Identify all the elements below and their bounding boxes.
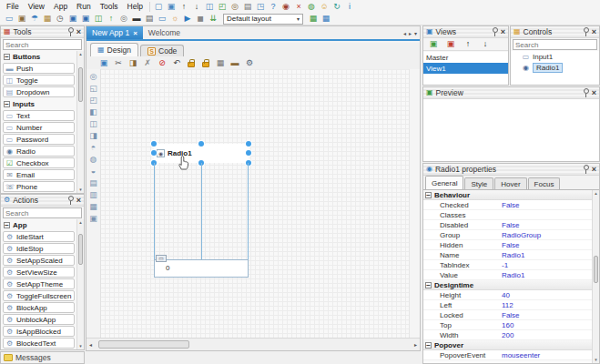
screenshot-icon[interactable]: ◉ (280, 1, 292, 12)
close-icon[interactable]: × (592, 166, 596, 174)
close-icon[interactable]: × (592, 89, 596, 97)
about-icon[interactable]: i (343, 1, 356, 12)
resize-handle-e[interactable] (246, 150, 251, 156)
messages-bar[interactable]: Messages (0, 351, 85, 364)
pin-icon[interactable] (583, 165, 589, 174)
action-item[interactable]: ⚙ SetViewSize (3, 267, 75, 278)
feedback-icon[interactable]: ☺ (318, 1, 331, 12)
tab-list-icon[interactable]: ▾ (414, 30, 417, 36)
action-item[interactable]: ⚙ UnblockApp (3, 314, 75, 325)
bring-front-icon[interactable]: ◱ (89, 84, 97, 93)
view-item-master[interactable]: Master (423, 52, 508, 63)
disable-icon[interactable]: ⊘ (156, 57, 168, 68)
tab-new-app-1[interactable]: New App 1 × (86, 26, 143, 39)
action-item[interactable]: ⚙ SetAppScaled (3, 255, 75, 266)
view-item-view1[interactable]: View1 (423, 63, 508, 74)
property-value[interactable]: False (502, 201, 520, 209)
close-tab-icon[interactable]: × (133, 29, 137, 37)
input-control[interactable]: ▭ 0 (154, 259, 249, 278)
pin-icon[interactable] (492, 27, 498, 36)
tools-icon[interactable]: ⚙ (243, 57, 256, 68)
tools-section-header[interactable]: − Inputs (1, 98, 76, 109)
resize-handle-nw[interactable] (151, 141, 157, 147)
size-to-grid-icon[interactable]: ▦ (89, 202, 97, 211)
new-window-icon[interactable]: ▭ (3, 14, 15, 25)
pointer-tool-icon[interactable]: ◎ (90, 72, 97, 81)
tab-style[interactable]: Style (464, 177, 493, 189)
resources-icon[interactable]: ▦ (41, 14, 54, 25)
actions-search-input[interactable] (3, 207, 82, 218)
scroll-up-icon[interactable]: ▴ (77, 51, 84, 57)
tab-focus[interactable]: Focus (528, 177, 561, 189)
cut-icon[interactable]: ✂ (112, 57, 125, 68)
property-value[interactable]: False (502, 241, 520, 249)
compile-icon[interactable]: ↑ (105, 14, 117, 25)
close-icon[interactable]: × (76, 28, 81, 36)
controls-search-input[interactable] (513, 39, 597, 50)
collapse-icon[interactable]: − (4, 54, 10, 60)
properties-scrollbar[interactable]: ▴ ▾ (592, 190, 599, 363)
same-width-icon[interactable]: ▤ (89, 178, 97, 187)
tab-general[interactable]: General (425, 176, 463, 189)
property-value[interactable]: Radio1 (502, 271, 524, 279)
align-left-icon[interactable]: ◧ (89, 107, 97, 116)
deploy-icon[interactable]: ⇊ (207, 14, 219, 25)
scroll-up-icon[interactable]: ▴ (593, 190, 599, 197)
tree-item-radio1[interactable]: ◉ Radio1 (511, 62, 599, 73)
property-value[interactable]: 160 (502, 321, 514, 329)
delete-control-icon[interactable]: ✗ (141, 57, 154, 68)
scroll-down-icon[interactable]: ▾ (593, 357, 599, 363)
tool-item[interactable]: ▭ Password (3, 134, 75, 145)
tool-item[interactable]: ✉ Email (3, 169, 75, 180)
save-all-icon[interactable]: ▣ (79, 14, 92, 25)
tool-item[interactable]: ▭ Number (3, 122, 75, 133)
debug-icon[interactable]: ☼ (168, 14, 181, 25)
image-icon[interactable]: ▣ (97, 57, 110, 68)
actions-scrollbar[interactable]: ▴ ▾ (76, 219, 84, 349)
property-value[interactable]: mouseenter (502, 351, 540, 359)
canvas-hscrollbar[interactable]: ◂ ▸ (86, 338, 420, 350)
export-icon[interactable]: ◳ (254, 1, 267, 12)
resize-handle-n[interactable] (198, 141, 204, 147)
tool-item[interactable]: ▤ Dropdown (3, 86, 75, 97)
tool-item[interactable]: ▬ Push (3, 63, 75, 74)
lock-controls-icon[interactable] (188, 62, 195, 67)
tab-welcome[interactable]: Welcome (143, 26, 186, 39)
close-icon[interactable]: × (592, 28, 596, 36)
menu-item[interactable]: View (24, 2, 49, 11)
property-group-header[interactable]: − Designtime (423, 280, 592, 290)
align-middle-icon[interactable]: ◍ (90, 155, 97, 164)
move-view-up-icon[interactable]: ↑ (462, 39, 474, 50)
pin-icon[interactable] (583, 27, 589, 36)
tab-scroll-left-icon[interactable]: ◂ (403, 30, 406, 36)
tools-section-header[interactable]: − Buttons (1, 51, 76, 62)
action-item[interactable]: ⚙ IdleStart (3, 231, 75, 242)
copy-app-icon[interactable]: ◫ (203, 1, 216, 12)
tool-item[interactable]: ◉ Radio (3, 146, 75, 157)
snippets-icon[interactable]: ▬ (229, 57, 241, 68)
resize-handle-w[interactable] (151, 150, 157, 156)
tab-hover[interactable]: Hover (494, 177, 526, 189)
actions-scrollbar-thumb[interactable] (78, 234, 83, 265)
align-top-icon[interactable]: ◓ (91, 143, 96, 152)
reset-layout-icon[interactable]: ▦ (320, 14, 332, 25)
themes-icon[interactable]: ☂ (28, 14, 41, 25)
move-view-down-icon[interactable]: ↓ (479, 39, 492, 50)
close-icon[interactable]: × (76, 197, 81, 205)
add-view-icon[interactable]: ▣ (427, 39, 440, 50)
tab-design[interactable]: ▦ Design (90, 43, 138, 56)
design-canvas[interactable]: ◎ ◱ ◰ ◧ ◫ ◨ ◓ ◍ ◒ ▤ (86, 69, 420, 338)
center-in-view-icon[interactable]: ▣ (89, 214, 97, 223)
menu-item[interactable]: Tools (96, 2, 123, 11)
stop-app-icon[interactable]: ◼ (194, 14, 207, 25)
scroll-left-icon[interactable]: ◂ (89, 341, 92, 348)
collapse-icon[interactable]: − (4, 101, 10, 107)
validate-icon[interactable]: ◎ (117, 14, 130, 25)
save-layout-icon[interactable]: ▦ (307, 14, 320, 25)
property-value[interactable]: RadioGroup (502, 231, 541, 239)
actions-section-header[interactable]: − App (1, 219, 76, 230)
share-app-icon[interactable]: ◫ (92, 14, 105, 25)
tool-item[interactable]: ▭ Text (3, 110, 75, 121)
canvas-hscrollbar-thumb[interactable] (98, 340, 189, 349)
run-app-icon[interactable]: ▶ (181, 14, 194, 25)
